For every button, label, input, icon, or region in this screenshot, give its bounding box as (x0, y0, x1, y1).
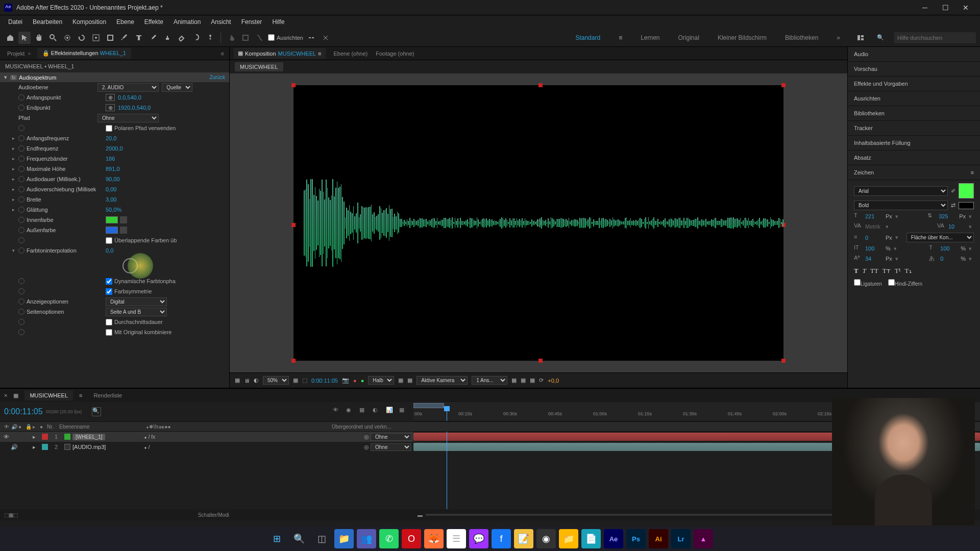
playhead[interactable] (447, 410, 447, 421)
stopwatch-icon[interactable] (18, 319, 24, 325)
chevron-down-icon[interactable]: ▾ (969, 245, 974, 252)
chevron-down-icon[interactable]: ▾ (894, 245, 899, 252)
viewer-display-icon[interactable]: 🖥 (244, 378, 250, 384)
panel-vorschau[interactable]: Vorschau (848, 62, 980, 77)
chevron-down-icon[interactable]: ▾ (886, 223, 891, 230)
text-tool[interactable] (133, 32, 145, 44)
workspace-overflow[interactable]: » (832, 32, 844, 43)
help-search[interactable] (894, 32, 976, 43)
viewer-option-icon[interactable]: ▦ (521, 377, 526, 384)
ligatures-checkbox[interactable] (854, 279, 861, 286)
tsume[interactable]: 0 (940, 256, 958, 262)
chevron-down-icon[interactable]: ▾ (969, 256, 974, 262)
menu-komposition[interactable]: Komposition (67, 16, 111, 28)
workspace-original[interactable]: Original (674, 32, 703, 43)
audiodauer-value[interactable]: 90,00 (106, 176, 120, 182)
seiten-select[interactable]: Seite A und B (106, 308, 167, 316)
transparency-icon[interactable]: ▦ (398, 377, 403, 384)
minimize-button[interactable]: ─ (915, 1, 935, 15)
roto-tool[interactable] (190, 32, 202, 44)
pickwhip-icon[interactable]: ◎ (364, 434, 369, 440)
font-weight-select[interactable]: Bold (854, 201, 948, 210)
chevron-down-icon[interactable]: ▾ (969, 213, 974, 220)
workspace-kleiner[interactable]: Kleiner Bildschirm (714, 32, 771, 43)
viewer-mask-icon[interactable]: ◐ (254, 377, 259, 384)
fx-badge[interactable]: fx (10, 75, 17, 80)
stopwatch-icon[interactable] (18, 176, 24, 182)
maxhohe-value[interactable]: 891,0 (106, 166, 120, 172)
bold-button[interactable]: T (854, 267, 859, 275)
taskbar-search[interactable]: 🔍 (289, 529, 309, 548)
tab-komposition[interactable]: ▦ Komposition MUSICWHEEL ≡ (234, 48, 326, 59)
col-solo-icon[interactable]: ● (16, 424, 23, 430)
font-size[interactable]: 221 (865, 213, 883, 219)
workspace-standard[interactable]: Standard (571, 32, 604, 43)
viewer-timecode[interactable]: 0:00:11:05 (311, 378, 338, 384)
viewer-roi-icon[interactable]: ⬚ (302, 377, 307, 384)
stopwatch-icon[interactable] (18, 94, 24, 101)
font-family-select[interactable]: Arial (854, 186, 948, 196)
stopwatch-icon[interactable] (18, 247, 24, 254)
crosshair-icon[interactable]: ⊕ (106, 104, 115, 111)
leading[interactable]: 325 (939, 213, 956, 219)
farbsym-checkbox[interactable] (106, 288, 112, 295)
original-checkbox[interactable] (106, 329, 112, 336)
switches-label[interactable]: Schalter/Modi (198, 512, 229, 518)
viewer-res-icon[interactable]: ▦ (293, 377, 298, 384)
taskbar-notepad[interactable]: 📄 (581, 529, 601, 548)
toggle-switches-icon[interactable]: ⬚ (4, 512, 9, 518)
snapshot-icon[interactable]: 📷 (342, 377, 349, 384)
dynfarb-checkbox[interactable] (106, 278, 112, 285)
viewer-grid-icon[interactable]: ▦ (235, 377, 240, 384)
baseline[interactable]: 34 (865, 256, 883, 262)
uberlapp-checkbox[interactable] (106, 237, 112, 244)
panel-menu[interactable]: ≡ (218, 51, 227, 57)
selection-tool[interactable] (18, 32, 31, 44)
taskbar-xd[interactable]: ▲ (694, 529, 713, 548)
stopwatch-icon[interactable] (18, 145, 24, 152)
hue-wheel[interactable] (122, 258, 138, 273)
hand-tool[interactable] (33, 32, 45, 44)
menu-hilfe[interactable]: Hilfe (267, 16, 289, 28)
taskbar-facebook[interactable]: f (492, 529, 511, 548)
channel-icon[interactable]: ● (361, 378, 364, 384)
snap-edge-icon[interactable] (305, 32, 317, 44)
taskbar-windows[interactable]: ⊞ (267, 529, 286, 548)
eraser-tool[interactable] (176, 32, 188, 44)
pfad-select[interactable]: Ohne (97, 114, 159, 122)
effect-reset[interactable]: Zurück (209, 74, 225, 80)
zoom-tool[interactable] (47, 32, 59, 44)
timeline-timecode[interactable]: 0:00:11:05 (4, 407, 43, 416)
anzeige-select[interactable]: Digital (106, 297, 167, 306)
workspace-menu-icon[interactable] (854, 32, 867, 44)
taskbar-ps[interactable]: Ps (626, 529, 646, 548)
panel-ausrichten[interactable]: Ausrichten (848, 91, 980, 106)
stopwatch-icon[interactable] (18, 309, 24, 315)
swap-colors-icon[interactable]: ⇄ (951, 202, 955, 209)
graph-icon[interactable]: 📊 (386, 407, 396, 417)
viewer-refresh-icon[interactable]: ⟳ (539, 377, 544, 384)
stroke-icon[interactable] (239, 32, 252, 44)
snap-checkbox[interactable] (268, 34, 275, 41)
bander-value[interactable]: 186 (106, 156, 115, 162)
glattung-value[interactable]: 50,0% (106, 207, 121, 213)
puppet-tool[interactable] (204, 32, 216, 44)
endfreq-value[interactable]: 2000,0 (106, 145, 123, 152)
workspace-lernen[interactable]: Lernen (636, 32, 664, 43)
taskbar-ai[interactable]: Ai (649, 529, 668, 548)
stopwatch-icon[interactable] (18, 278, 24, 284)
shy-icon[interactable]: 👁 (333, 407, 343, 417)
aussenfarbe-swatch[interactable] (106, 227, 118, 234)
layer-color[interactable] (42, 434, 48, 440)
composition-viewer[interactable] (293, 85, 783, 361)
panel-tracker[interactable]: Tracker (848, 121, 980, 136)
taskbar-obs[interactable]: ◉ (536, 529, 556, 548)
menu-ebene[interactable]: Ebene (111, 16, 139, 28)
menu-bearbeiten[interactable]: Bearbeiten (28, 16, 67, 28)
camera-select[interactable]: Aktive Kamera (416, 376, 468, 385)
panel-zeichen[interactable]: Zeichen≡ (848, 165, 980, 180)
stopwatch-icon[interactable] (18, 217, 24, 223)
taskbar-notes[interactable]: 📝 (514, 529, 533, 548)
col-audio-icon[interactable]: 🔊 (9, 424, 16, 430)
parent-select-2[interactable]: Ohne (371, 443, 411, 451)
